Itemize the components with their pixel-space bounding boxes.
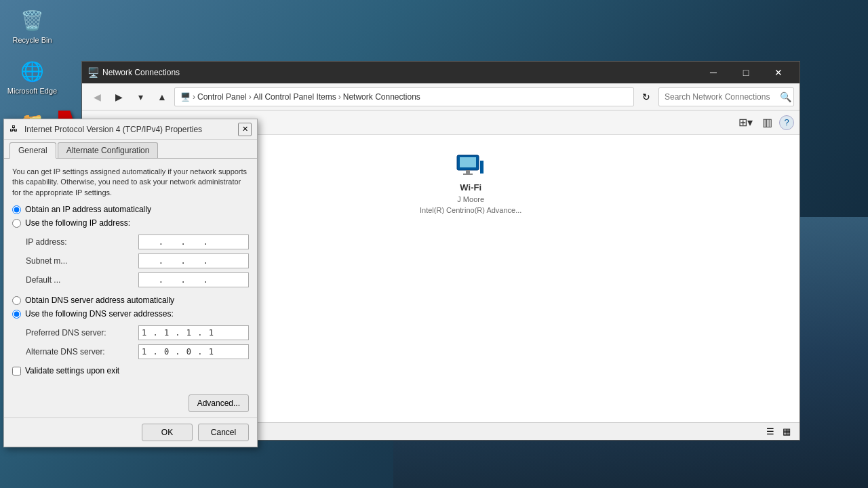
search-container: 🔍 [658, 87, 794, 106]
dialog-icon: 🖧 [9, 124, 20, 135]
dns-fields: Preferred DNS server: Alternate DNS serv… [26, 325, 249, 359]
breadcrumb-icon: 🖥️ [180, 92, 191, 102]
status-view-buttons: ☰ ▦ [763, 425, 794, 439]
dialog-tabs: General Alternate Configuration [4, 140, 257, 158]
desktop-icon-recycle-bin[interactable]: 🗑️ Recycle Bin [7, 7, 58, 44]
breadcrumb-part2: All Control Panel Items [254, 92, 336, 102]
ip-fields: IP address: Subnet m... Default ... [26, 235, 249, 287]
details-view-button[interactable]: ▦ [779, 425, 794, 439]
wifi-hardware: Intel(R) Centrino(R) Advance... [420, 206, 521, 214]
dns-auto-row: Obtain DNS server address automatically [12, 296, 249, 305]
dns-auto-radio[interactable] [12, 296, 21, 305]
preferred-dns-label: Preferred DNS server: [26, 328, 133, 338]
view-options-button[interactable]: ⊞▾ [736, 113, 755, 132]
edge-label: Microsoft Edge [7, 87, 57, 95]
desktop: 🗑️ Recycle Bin 🌐 Microsoft Edge 📁 Java S… [0, 0, 868, 488]
subnet-label: Subnet m... [26, 256, 133, 266]
svg-rect-8 [480, 166, 484, 171]
preferred-dns-input[interactable] [138, 325, 249, 340]
pane-button[interactable]: ▥ [757, 113, 776, 132]
search-button[interactable]: 🔍 [780, 92, 791, 102]
dns-manual-radio[interactable] [12, 310, 21, 319]
tab-alternate[interactable]: Alternate Configuration [58, 142, 159, 158]
wifi-icon [454, 154, 487, 180]
alternate-dns-input[interactable] [138, 344, 249, 359]
forward-button[interactable]: ▶ [109, 87, 128, 106]
breadcrumb-part1: Control Panel [197, 92, 247, 102]
ip-auto-row: Obtain an IP address automatically [12, 205, 249, 214]
recycle-bin-icon: 🗑️ [19, 7, 46, 34]
wifi-name: Wi-Fi [460, 182, 481, 192]
breadcrumb-part3: Network Connections [343, 92, 420, 102]
dns-auto-label: Obtain DNS server address automatically [25, 296, 174, 305]
gateway-row: Default ... [26, 272, 249, 287]
list-view-button[interactable]: ☰ [763, 425, 778, 439]
svg-rect-10 [466, 170, 470, 174]
minimize-button[interactable]: ─ [698, 62, 729, 83]
validate-checkbox[interactable] [12, 367, 21, 375]
breadcrumb[interactable]: 🖥️ › Control Panel › All Control Panel I… [174, 87, 634, 106]
advanced-button[interactable]: Advanced... [189, 394, 249, 412]
validate-row: Validate settings upon exit [12, 366, 249, 375]
edge-icon: 🌐 [19, 58, 46, 85]
help-button[interactable]: ? [779, 115, 794, 130]
dialog-close-button[interactable]: ✕ [238, 123, 252, 136]
gateway-input[interactable] [138, 272, 249, 287]
up-button[interactable]: ▲ [153, 87, 172, 106]
advanced-btn-row: Advanced... [4, 392, 257, 418]
ip-auto-label: Obtain an IP address automatically [25, 205, 151, 214]
ip-manual-row: Use the following IP address: [12, 218, 249, 228]
close-button[interactable]: ✕ [763, 62, 794, 83]
dialog-title: Internet Protocol Version 4 (TCP/IPv4) P… [24, 125, 238, 134]
dialog-description: You can get IP settings assigned automat… [12, 167, 249, 198]
dialog-titlebar: 🖧 Internet Protocol Version 4 (TCP/IPv4)… [4, 119, 257, 140]
window-icon: 🖥️ [87, 67, 98, 78]
desktop-icon-edge[interactable]: 🌐 Microsoft Edge [7, 58, 58, 95]
dns-manual-row: Use the following DNS server addresses: [12, 309, 249, 319]
back-button[interactable]: ◀ [87, 87, 106, 106]
down-button[interactable]: ▾ [131, 87, 150, 106]
ip-address-input[interactable] [138, 235, 249, 249]
alternate-dns-label: Alternate DNS server: [26, 347, 133, 357]
dns-radio-group: Obtain DNS server address automatically … [12, 296, 249, 319]
dns-manual-label: Use the following DNS server addresses: [25, 309, 174, 319]
window-title: Network Connections [102, 68, 698, 77]
ok-button[interactable]: OK [142, 424, 193, 441]
ip-manual-label: Use the following IP address: [25, 218, 130, 228]
refresh-button[interactable]: ↻ [637, 87, 656, 106]
dns-section: Obtain DNS server address automatically … [12, 296, 249, 359]
ip-manual-radio[interactable] [12, 219, 21, 228]
svg-rect-11 [463, 174, 473, 175]
subnet-input[interactable] [138, 253, 249, 268]
alternate-dns-row: Alternate DNS server: [26, 344, 249, 359]
maximize-button[interactable]: □ [730, 62, 762, 83]
cancel-button[interactable]: Cancel [198, 424, 249, 441]
properties-dialog: 🖧 Internet Protocol Version 4 (TCP/IPv4)… [3, 119, 258, 447]
dialog-buttons: OK Cancel [4, 418, 257, 447]
wifi-adapter[interactable]: Wi-Fi J Moore Intel(R) Centrino(R) Advan… [414, 148, 527, 220]
svg-rect-9 [480, 161, 484, 166]
search-input[interactable] [658, 87, 794, 106]
recycle-bin-label: Recycle Bin [12, 36, 52, 44]
ip-address-row: IP address: [26, 235, 249, 249]
subnet-row: Subnet m... [26, 253, 249, 268]
validate-label: Validate settings upon exit [25, 366, 119, 375]
ip-address-label: IP address: [26, 237, 133, 247]
gateway-label: Default ... [26, 275, 133, 285]
titlebar-buttons: ─ □ ✕ [698, 62, 794, 83]
dialog-content: You can get IP settings assigned automat… [4, 158, 257, 392]
wifi-user: J Moore [457, 195, 484, 203]
ip-auto-radio[interactable] [12, 205, 21, 214]
svg-rect-7 [480, 171, 484, 174]
address-bar: ◀ ▶ ▾ ▲ 🖥️ › Control Panel › All Control… [82, 83, 800, 110]
window-titlebar: 🖥️ Network Connections ─ □ ✕ [82, 62, 800, 83]
ip-radio-group: Obtain an IP address automatically Use t… [12, 205, 249, 228]
tab-general[interactable]: General [9, 142, 56, 159]
preferred-dns-row: Preferred DNS server: [26, 325, 249, 340]
svg-rect-6 [460, 157, 476, 167]
